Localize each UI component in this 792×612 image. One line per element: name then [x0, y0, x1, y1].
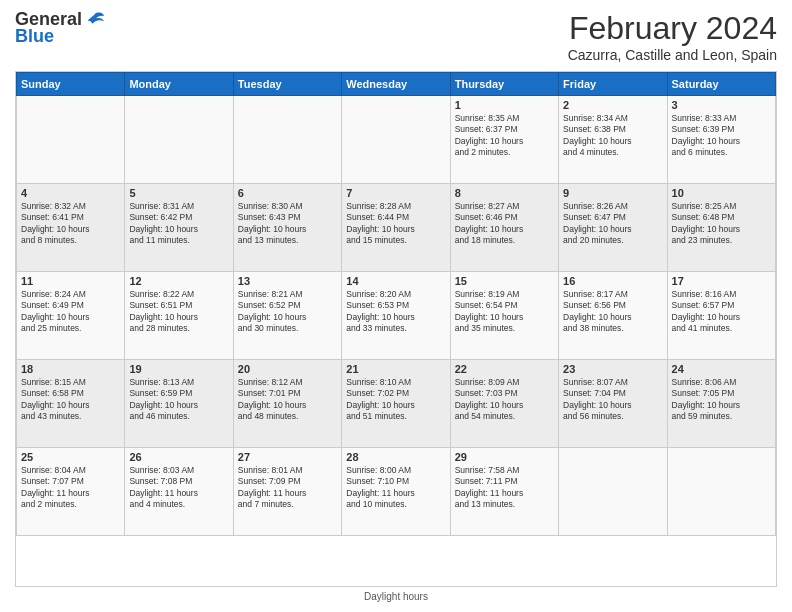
footer: Daylight hours	[15, 591, 777, 602]
table-row	[559, 448, 667, 536]
table-row: 3Sunrise: 8:33 AM Sunset: 6:39 PM Daylig…	[667, 96, 775, 184]
table-row	[667, 448, 775, 536]
day-number: 9	[563, 187, 662, 199]
day-number: 14	[346, 275, 445, 287]
table-row: 27Sunrise: 8:01 AM Sunset: 7:09 PM Dayli…	[233, 448, 341, 536]
day-info: Sunrise: 8:24 AM Sunset: 6:49 PM Dayligh…	[21, 289, 120, 335]
day-info: Sunrise: 8:12 AM Sunset: 7:01 PM Dayligh…	[238, 377, 337, 423]
day-info: Sunrise: 8:34 AM Sunset: 6:38 PM Dayligh…	[563, 113, 662, 159]
header-wednesday: Wednesday	[342, 73, 450, 96]
day-number: 24	[672, 363, 771, 375]
day-number: 12	[129, 275, 228, 287]
table-row: 13Sunrise: 8:21 AM Sunset: 6:52 PM Dayli…	[233, 272, 341, 360]
day-number: 10	[672, 187, 771, 199]
day-number: 6	[238, 187, 337, 199]
logo-blue: Blue	[15, 27, 105, 47]
day-info: Sunrise: 8:25 AM Sunset: 6:48 PM Dayligh…	[672, 201, 771, 247]
day-info: Sunrise: 8:30 AM Sunset: 6:43 PM Dayligh…	[238, 201, 337, 247]
table-row: 7Sunrise: 8:28 AM Sunset: 6:44 PM Daylig…	[342, 184, 450, 272]
table-row	[17, 96, 125, 184]
header-friday: Friday	[559, 73, 667, 96]
day-info: Sunrise: 8:19 AM Sunset: 6:54 PM Dayligh…	[455, 289, 554, 335]
table-row: 4Sunrise: 8:32 AM Sunset: 6:41 PM Daylig…	[17, 184, 125, 272]
day-number: 23	[563, 363, 662, 375]
day-number: 4	[21, 187, 120, 199]
day-number: 1	[455, 99, 554, 111]
title-block: February 2024 Cazurra, Castille and Leon…	[568, 10, 777, 63]
table-row: 14Sunrise: 8:20 AM Sunset: 6:53 PM Dayli…	[342, 272, 450, 360]
day-number: 16	[563, 275, 662, 287]
day-number: 22	[455, 363, 554, 375]
page-subtitle: Cazurra, Castille and Leon, Spain	[568, 47, 777, 63]
day-info: Sunrise: 8:17 AM Sunset: 6:56 PM Dayligh…	[563, 289, 662, 335]
page: General Blue February 2024 Cazurra, Cast…	[0, 0, 792, 612]
table-row: 2Sunrise: 8:34 AM Sunset: 6:38 PM Daylig…	[559, 96, 667, 184]
day-number: 2	[563, 99, 662, 111]
day-number: 29	[455, 451, 554, 463]
day-info: Sunrise: 8:03 AM Sunset: 7:08 PM Dayligh…	[129, 465, 228, 511]
day-info: Sunrise: 8:22 AM Sunset: 6:51 PM Dayligh…	[129, 289, 228, 335]
day-number: 15	[455, 275, 554, 287]
table-row: 21Sunrise: 8:10 AM Sunset: 7:02 PM Dayli…	[342, 360, 450, 448]
day-number: 19	[129, 363, 228, 375]
table-row: 6Sunrise: 8:30 AM Sunset: 6:43 PM Daylig…	[233, 184, 341, 272]
day-info: Sunrise: 8:35 AM Sunset: 6:37 PM Dayligh…	[455, 113, 554, 159]
day-info: Sunrise: 8:31 AM Sunset: 6:42 PM Dayligh…	[129, 201, 228, 247]
header: General Blue February 2024 Cazurra, Cast…	[15, 10, 777, 63]
day-number: 18	[21, 363, 120, 375]
table-row: 5Sunrise: 8:31 AM Sunset: 6:42 PM Daylig…	[125, 184, 233, 272]
day-info: Sunrise: 8:07 AM Sunset: 7:04 PM Dayligh…	[563, 377, 662, 423]
day-number: 17	[672, 275, 771, 287]
day-number: 8	[455, 187, 554, 199]
logo: General Blue	[15, 10, 105, 47]
table-row: 22Sunrise: 8:09 AM Sunset: 7:03 PM Dayli…	[450, 360, 558, 448]
day-number: 25	[21, 451, 120, 463]
day-info: Sunrise: 8:33 AM Sunset: 6:39 PM Dayligh…	[672, 113, 771, 159]
header-saturday: Saturday	[667, 73, 775, 96]
table-row: 8Sunrise: 8:27 AM Sunset: 6:46 PM Daylig…	[450, 184, 558, 272]
header-sunday: Sunday	[17, 73, 125, 96]
day-info: Sunrise: 8:10 AM Sunset: 7:02 PM Dayligh…	[346, 377, 445, 423]
day-number: 28	[346, 451, 445, 463]
table-row: 15Sunrise: 8:19 AM Sunset: 6:54 PM Dayli…	[450, 272, 558, 360]
table-row: 26Sunrise: 8:03 AM Sunset: 7:08 PM Dayli…	[125, 448, 233, 536]
table-row: 23Sunrise: 8:07 AM Sunset: 7:04 PM Dayli…	[559, 360, 667, 448]
table-row: 24Sunrise: 8:06 AM Sunset: 7:05 PM Dayli…	[667, 360, 775, 448]
day-number: 27	[238, 451, 337, 463]
day-number: 21	[346, 363, 445, 375]
day-info: Sunrise: 8:16 AM Sunset: 6:57 PM Dayligh…	[672, 289, 771, 335]
header-thursday: Thursday	[450, 73, 558, 96]
header-monday: Monday	[125, 73, 233, 96]
table-row: 25Sunrise: 8:04 AM Sunset: 7:07 PM Dayli…	[17, 448, 125, 536]
table-row: 18Sunrise: 8:15 AM Sunset: 6:58 PM Dayli…	[17, 360, 125, 448]
table-row: 29Sunrise: 7:58 AM Sunset: 7:11 PM Dayli…	[450, 448, 558, 536]
day-info: Sunrise: 8:21 AM Sunset: 6:52 PM Dayligh…	[238, 289, 337, 335]
page-title: February 2024	[568, 10, 777, 47]
table-row: 19Sunrise: 8:13 AM Sunset: 6:59 PM Dayli…	[125, 360, 233, 448]
day-info: Sunrise: 7:58 AM Sunset: 7:11 PM Dayligh…	[455, 465, 554, 511]
day-number: 3	[672, 99, 771, 111]
day-info: Sunrise: 8:06 AM Sunset: 7:05 PM Dayligh…	[672, 377, 771, 423]
calendar: Sunday Monday Tuesday Wednesday Thursday…	[15, 71, 777, 587]
day-info: Sunrise: 8:26 AM Sunset: 6:47 PM Dayligh…	[563, 201, 662, 247]
day-info: Sunrise: 8:28 AM Sunset: 6:44 PM Dayligh…	[346, 201, 445, 247]
table-row	[125, 96, 233, 184]
day-number: 5	[129, 187, 228, 199]
table-row: 9Sunrise: 8:26 AM Sunset: 6:47 PM Daylig…	[559, 184, 667, 272]
day-info: Sunrise: 8:00 AM Sunset: 7:10 PM Dayligh…	[346, 465, 445, 511]
day-info: Sunrise: 8:01 AM Sunset: 7:09 PM Dayligh…	[238, 465, 337, 511]
table-row: 12Sunrise: 8:22 AM Sunset: 6:51 PM Dayli…	[125, 272, 233, 360]
day-info: Sunrise: 8:15 AM Sunset: 6:58 PM Dayligh…	[21, 377, 120, 423]
day-number: 13	[238, 275, 337, 287]
table-row: 20Sunrise: 8:12 AM Sunset: 7:01 PM Dayli…	[233, 360, 341, 448]
day-info: Sunrise: 8:27 AM Sunset: 6:46 PM Dayligh…	[455, 201, 554, 247]
day-info: Sunrise: 8:09 AM Sunset: 7:03 PM Dayligh…	[455, 377, 554, 423]
table-row	[342, 96, 450, 184]
day-number: 26	[129, 451, 228, 463]
day-number: 7	[346, 187, 445, 199]
day-info: Sunrise: 8:13 AM Sunset: 6:59 PM Dayligh…	[129, 377, 228, 423]
table-row: 10Sunrise: 8:25 AM Sunset: 6:48 PM Dayli…	[667, 184, 775, 272]
table-row: 28Sunrise: 8:00 AM Sunset: 7:10 PM Dayli…	[342, 448, 450, 536]
table-row: 16Sunrise: 8:17 AM Sunset: 6:56 PM Dayli…	[559, 272, 667, 360]
table-row: 11Sunrise: 8:24 AM Sunset: 6:49 PM Dayli…	[17, 272, 125, 360]
